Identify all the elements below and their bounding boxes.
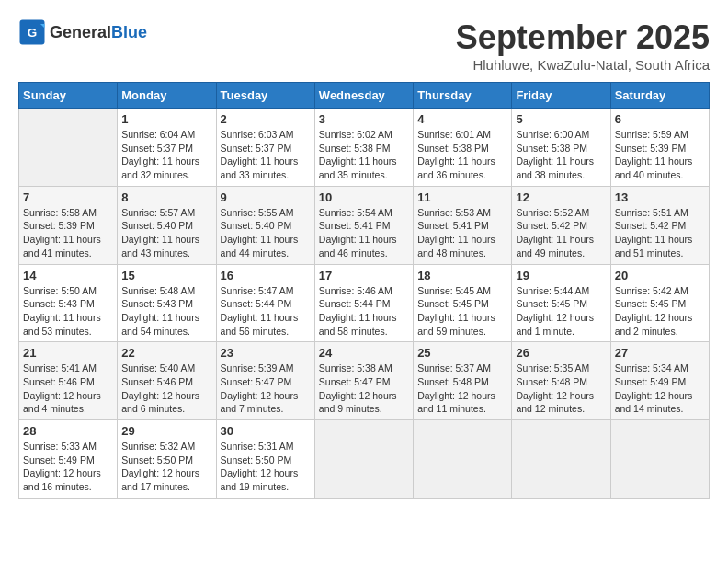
- calendar-table: SundayMondayTuesdayWednesdayThursdayFrid…: [18, 82, 710, 499]
- month-title: September 2025: [456, 18, 710, 57]
- day-number: 6: [615, 112, 705, 126]
- day-info: Sunrise: 6:02 AM Sunset: 5:38 PM Dayligh…: [319, 128, 409, 182]
- calendar-cell: 29Sunrise: 5:32 AM Sunset: 5:50 PM Dayli…: [118, 420, 216, 499]
- calendar-week-row: 1Sunrise: 6:04 AM Sunset: 5:37 PM Daylig…: [19, 109, 710, 187]
- calendar-week-row: 21Sunrise: 5:41 AM Sunset: 5:46 PM Dayli…: [19, 342, 710, 420]
- calendar-cell: 16Sunrise: 5:47 AM Sunset: 5:44 PM Dayli…: [216, 264, 314, 342]
- calendar-cell: 25Sunrise: 5:37 AM Sunset: 5:48 PM Dayli…: [414, 342, 512, 420]
- day-number: 1: [121, 112, 211, 126]
- calendar-cell: 5Sunrise: 6:00 AM Sunset: 5:38 PM Daylig…: [512, 109, 610, 187]
- day-number: 9: [221, 190, 311, 204]
- day-info: Sunrise: 5:42 AM Sunset: 5:45 PM Dayligh…: [615, 284, 705, 339]
- day-info: Sunrise: 5:37 AM Sunset: 5:48 PM Dayligh…: [417, 362, 507, 416]
- calendar-cell: 21Sunrise: 5:41 AM Sunset: 5:46 PM Dayli…: [19, 342, 118, 420]
- calendar-cell: 22Sunrise: 5:40 AM Sunset: 5:46 PM Dayli…: [118, 342, 216, 420]
- calendar-cell: 30Sunrise: 5:31 AM Sunset: 5:50 PM Dayli…: [216, 420, 314, 499]
- day-info: Sunrise: 5:32 AM Sunset: 5:50 PM Dayligh…: [121, 440, 211, 494]
- day-info: Sunrise: 5:46 AM Sunset: 5:44 PM Dayligh…: [319, 284, 409, 339]
- calendar-cell: 9Sunrise: 5:55 AM Sunset: 5:40 PM Daylig…: [216, 186, 314, 264]
- calendar-cell: 3Sunrise: 6:02 AM Sunset: 5:38 PM Daylig…: [314, 109, 413, 187]
- day-number: 20: [615, 269, 705, 282]
- title-block: September 2025 Hluhluwe, KwaZulu-Natal, …: [456, 18, 710, 73]
- calendar-cell: [314, 420, 413, 499]
- logo-blue: Blue: [111, 23, 147, 41]
- calendar-cell: 7Sunrise: 5:58 AM Sunset: 5:39 PM Daylig…: [19, 186, 118, 264]
- day-number: 15: [121, 269, 211, 282]
- calendar-cell: 10Sunrise: 5:54 AM Sunset: 5:41 PM Dayli…: [314, 186, 413, 264]
- calendar-week-row: 28Sunrise: 5:33 AM Sunset: 5:49 PM Dayli…: [19, 420, 710, 499]
- day-number: 23: [221, 346, 311, 360]
- day-info: Sunrise: 5:38 AM Sunset: 5:47 PM Dayligh…: [319, 362, 409, 416]
- day-info: Sunrise: 5:41 AM Sunset: 5:46 PM Dayligh…: [23, 362, 113, 416]
- day-info: Sunrise: 5:57 AM Sunset: 5:40 PM Dayligh…: [121, 206, 211, 260]
- calendar-cell: 1Sunrise: 6:04 AM Sunset: 5:37 PM Daylig…: [118, 109, 216, 187]
- day-info: Sunrise: 5:39 AM Sunset: 5:47 PM Dayligh…: [221, 362, 311, 416]
- day-number: 10: [319, 190, 409, 204]
- day-info: Sunrise: 5:33 AM Sunset: 5:49 PM Dayligh…: [23, 440, 113, 494]
- calendar-cell: 28Sunrise: 5:33 AM Sunset: 5:49 PM Dayli…: [19, 420, 118, 499]
- location: Hluhluwe, KwaZulu-Natal, South Africa: [456, 57, 710, 73]
- calendar-week-row: 7Sunrise: 5:58 AM Sunset: 5:39 PM Daylig…: [19, 186, 710, 264]
- weekday-header-monday: Monday: [118, 83, 216, 109]
- calendar-cell: 27Sunrise: 5:34 AM Sunset: 5:49 PM Dayli…: [610, 342, 709, 420]
- day-info: Sunrise: 6:01 AM Sunset: 5:38 PM Dayligh…: [417, 128, 507, 182]
- calendar-cell: [414, 420, 512, 499]
- weekday-header-thursday: Thursday: [414, 83, 512, 109]
- page-header: G GeneralBlue September 2025 Hluhluwe, K…: [18, 18, 710, 73]
- day-info: Sunrise: 6:03 AM Sunset: 5:37 PM Dayligh…: [221, 128, 311, 182]
- calendar-cell: [610, 420, 709, 499]
- day-number: 18: [417, 269, 507, 282]
- day-info: Sunrise: 5:53 AM Sunset: 5:41 PM Dayligh…: [417, 206, 507, 260]
- day-number: 7: [23, 190, 113, 204]
- calendar-cell: 2Sunrise: 6:03 AM Sunset: 5:37 PM Daylig…: [216, 109, 314, 187]
- weekday-header-saturday: Saturday: [610, 83, 709, 109]
- day-info: Sunrise: 5:52 AM Sunset: 5:42 PM Dayligh…: [516, 206, 606, 260]
- calendar-cell: 20Sunrise: 5:42 AM Sunset: 5:45 PM Dayli…: [610, 264, 709, 342]
- day-info: Sunrise: 5:58 AM Sunset: 5:39 PM Dayligh…: [23, 206, 113, 260]
- day-number: 19: [516, 269, 606, 282]
- day-info: Sunrise: 5:31 AM Sunset: 5:50 PM Dayligh…: [221, 440, 311, 494]
- day-info: Sunrise: 5:35 AM Sunset: 5:48 PM Dayligh…: [516, 362, 606, 416]
- calendar-cell: 18Sunrise: 5:45 AM Sunset: 5:45 PM Dayli…: [414, 264, 512, 342]
- calendar-cell: 4Sunrise: 6:01 AM Sunset: 5:38 PM Daylig…: [414, 109, 512, 187]
- day-info: Sunrise: 5:47 AM Sunset: 5:44 PM Dayligh…: [221, 284, 311, 339]
- day-number: 16: [221, 269, 311, 282]
- day-info: Sunrise: 5:50 AM Sunset: 5:43 PM Dayligh…: [23, 284, 113, 339]
- day-info: Sunrise: 5:34 AM Sunset: 5:49 PM Dayligh…: [615, 362, 705, 416]
- day-info: Sunrise: 5:51 AM Sunset: 5:42 PM Dayligh…: [615, 206, 705, 260]
- weekday-header-friday: Friday: [512, 83, 610, 109]
- day-number: 29: [121, 424, 211, 438]
- weekday-header-tuesday: Tuesday: [216, 83, 314, 109]
- calendar-cell: [512, 420, 610, 499]
- logo-icon: G: [18, 18, 46, 46]
- day-number: 25: [417, 346, 507, 360]
- day-info: Sunrise: 5:40 AM Sunset: 5:46 PM Dayligh…: [121, 362, 211, 416]
- calendar-cell: 23Sunrise: 5:39 AM Sunset: 5:47 PM Dayli…: [216, 342, 314, 420]
- day-number: 2: [221, 112, 311, 126]
- calendar-cell: 12Sunrise: 5:52 AM Sunset: 5:42 PM Dayli…: [512, 186, 610, 264]
- calendar-cell: 17Sunrise: 5:46 AM Sunset: 5:44 PM Dayli…: [314, 264, 413, 342]
- calendar-cell: [19, 109, 118, 187]
- day-info: Sunrise: 5:55 AM Sunset: 5:40 PM Dayligh…: [221, 206, 311, 260]
- day-number: 5: [516, 112, 606, 126]
- weekday-header-row: SundayMondayTuesdayWednesdayThursdayFrid…: [19, 83, 710, 109]
- day-number: 3: [319, 112, 409, 126]
- calendar-cell: 11Sunrise: 5:53 AM Sunset: 5:41 PM Dayli…: [414, 186, 512, 264]
- day-number: 14: [23, 269, 113, 282]
- calendar-cell: 13Sunrise: 5:51 AM Sunset: 5:42 PM Dayli…: [610, 186, 709, 264]
- day-number: 24: [319, 346, 409, 360]
- calendar-cell: 24Sunrise: 5:38 AM Sunset: 5:47 PM Dayli…: [314, 342, 413, 420]
- day-number: 22: [121, 346, 211, 360]
- day-number: 12: [516, 190, 606, 204]
- day-info: Sunrise: 5:44 AM Sunset: 5:45 PM Dayligh…: [516, 284, 606, 339]
- day-number: 11: [417, 190, 507, 204]
- day-info: Sunrise: 5:54 AM Sunset: 5:41 PM Dayligh…: [319, 206, 409, 260]
- logo-general: General: [50, 23, 111, 41]
- weekday-header-wednesday: Wednesday: [314, 83, 413, 109]
- day-number: 13: [615, 190, 705, 204]
- calendar-cell: 6Sunrise: 5:59 AM Sunset: 5:39 PM Daylig…: [610, 109, 709, 187]
- calendar-cell: 8Sunrise: 5:57 AM Sunset: 5:40 PM Daylig…: [118, 186, 216, 264]
- day-number: 30: [221, 424, 311, 438]
- weekday-header-sunday: Sunday: [19, 83, 118, 109]
- logo: G GeneralBlue: [18, 18, 147, 46]
